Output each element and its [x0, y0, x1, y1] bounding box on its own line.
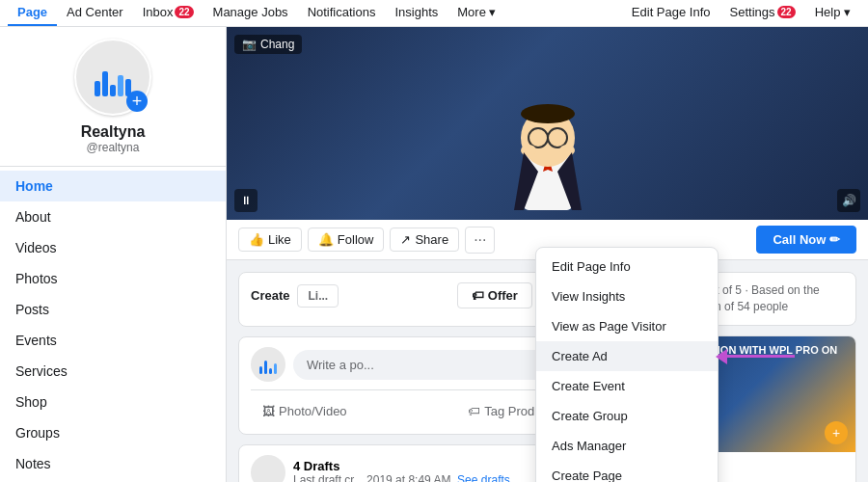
like-icon: 👍 — [249, 232, 264, 247]
nav-manage-jobs[interactable]: Manage Jobs — [203, 0, 298, 26]
sidebar-item-posts[interactable]: Posts — [0, 294, 226, 325]
main-layout: + Realtyna @realtyna Home About Videos P… — [0, 27, 868, 482]
tag-icon: 🏷 — [468, 404, 480, 418]
see-drafts-link[interactable]: See drafts — [457, 473, 510, 483]
offer-button[interactable]: 🏷 Offer — [457, 282, 532, 308]
draft-date: Last draft cr... 2019 at 8:49 AM. See dr… — [293, 473, 510, 483]
photo-video-icon: 🖼 — [262, 404, 275, 418]
sidebar-item-home[interactable]: Home — [0, 171, 226, 201]
draft-count: 4 Drafts — [293, 459, 510, 473]
nav-help[interactable]: Help ▾ — [805, 0, 860, 26]
more-options-button[interactable]: ··· — [465, 227, 495, 254]
center-content: 📷 Chang — [227, 27, 868, 482]
nav-ad-center[interactable]: Ad Center — [57, 0, 133, 26]
dropdown-create-group[interactable]: Create Group — [536, 401, 718, 431]
sidebar-item-notes[interactable]: Notes — [0, 448, 226, 479]
follow-button[interactable]: 🔔 Follow — [308, 228, 385, 252]
profile-section: + Realtyna @realtyna — [0, 27, 226, 167]
draft-avatar — [251, 455, 285, 482]
cover-controls: ⏸ — [234, 189, 258, 212]
nav-more[interactable]: More ▾ — [448, 0, 505, 26]
call-now-button[interactable]: Call Now ✏ — [756, 226, 856, 254]
dropdown-view-as-page-visitor[interactable]: View as Page Visitor — [536, 311, 718, 341]
nav-settings[interactable]: Settings 22 — [720, 0, 805, 26]
arrow-pointer — [716, 349, 795, 364]
pause-button[interactable]: ⏸ — [234, 189, 258, 212]
offer-icon: 🏷 — [472, 288, 484, 303]
dropdown-menu: Edit Page Info View Insights View as Pag… — [535, 247, 719, 482]
svg-point-8 — [559, 145, 575, 156]
avatar: + — [74, 39, 151, 116]
create-tab-li[interactable]: Li... — [297, 284, 339, 308]
like-button[interactable]: 👍 Like — [238, 228, 302, 252]
photo-video-button[interactable]: 🖼 Photo/Video — [251, 398, 359, 424]
sidebar-item-groups[interactable]: Groups — [0, 417, 226, 448]
sidebar-navigation: Home About Videos Photos Posts Events Se… — [0, 167, 226, 482]
nav-inbox[interactable]: Inbox 22 — [133, 0, 203, 26]
cover-character — [490, 66, 606, 220]
nav-right: Edit Page Info Settings 22 Help ▾ — [622, 0, 860, 26]
sidebar-item-about[interactable]: About — [0, 201, 226, 232]
story-badge: + — [825, 421, 848, 444]
inbox-badge: 22 — [175, 6, 193, 18]
sidebar-item-videos[interactable]: Videos — [0, 232, 226, 263]
dropdown-create-ad[interactable]: Create Ad — [536, 341, 718, 371]
nav-page[interactable]: Page — [8, 0, 57, 26]
sidebar-item-services[interactable]: Services — [0, 356, 226, 387]
volume-button[interactable]: 🔊 — [837, 189, 860, 212]
post-avatar — [251, 347, 285, 382]
dropdown-create-event[interactable]: Create Event — [536, 371, 718, 401]
camera-icon: 📷 — [242, 38, 257, 51]
dropdown-view-insights[interactable]: View Insights — [536, 281, 718, 311]
nav-insights[interactable]: Insights — [385, 0, 448, 26]
sidebar-item-photos[interactable]: Photos — [0, 263, 226, 294]
top-navigation: Page Ad Center Inbox 22 Manage Jobs Noti… — [0, 0, 868, 27]
dropdown-edit-page-info[interactable]: Edit Page Info — [536, 252, 718, 281]
left-sidebar: + Realtyna @realtyna Home About Videos P… — [0, 27, 227, 482]
nav-left: Page Ad Center Inbox 22 Manage Jobs Noti… — [8, 0, 505, 26]
create-label: Create — [251, 288, 289, 303]
sidebar-item-shop[interactable]: Shop — [0, 387, 226, 417]
share-icon: ↗ — [400, 232, 411, 247]
settings-badge: 22 — [777, 6, 796, 18]
cover-photo: 📷 Chang — [227, 27, 868, 220]
dropdown-create-page[interactable]: Create Page — [536, 461, 718, 482]
share-button[interactable]: ↗ Share — [390, 228, 459, 252]
nav-edit-page-info[interactable]: Edit Page Info — [622, 0, 720, 26]
page-name: Realtyna — [15, 123, 210, 141]
action-bar-wrapper: 👍 Like 🔔 Follow ↗ Share ··· Call Now ✏ E… — [227, 220, 868, 260]
page-logo — [95, 58, 131, 96]
svg-point-3 — [521, 104, 575, 123]
change-cover-button[interactable]: 📷 Chang — [234, 35, 302, 54]
page-handle: @realtyna — [15, 141, 210, 154]
follow-icon: 🔔 — [318, 232, 334, 247]
nav-notifications[interactable]: Notifications — [298, 0, 386, 26]
svg-point-7 — [521, 145, 536, 156]
dropdown-ads-manager[interactable]: Ads Manager — [536, 431, 718, 461]
sidebar-item-events[interactable]: Events — [0, 325, 226, 356]
add-to-profile-button[interactable]: + — [126, 91, 148, 112]
